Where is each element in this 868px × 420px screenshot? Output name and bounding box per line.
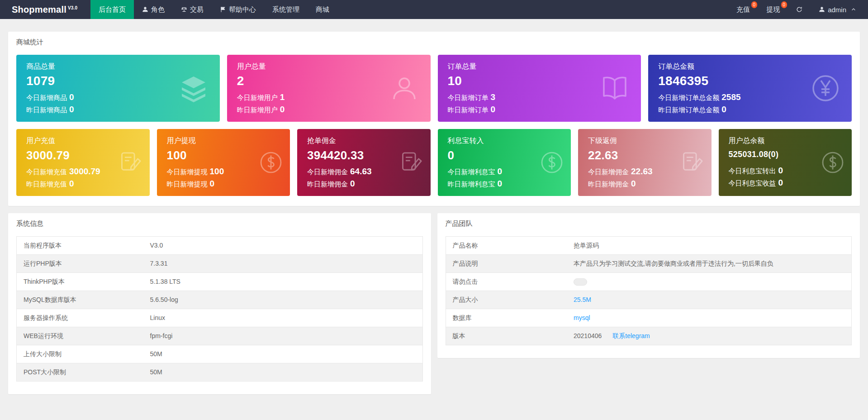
info-label: 当前程序版本 <box>17 237 143 255</box>
line-value: 0 <box>498 179 503 188</box>
nav-item-trade[interactable]: 交易 <box>173 0 212 19</box>
chevron-up-icon <box>851 7 856 12</box>
info-value: V3.0 <box>143 237 423 255</box>
card-title: 商品总量 <box>26 62 210 71</box>
line-value: 0 <box>778 166 783 175</box>
product-team-panel: 产品团队 产品名称抢单源码 产品说明本产品只为学习测试交流,请勿要做商业或者用于… <box>437 213 860 358</box>
card-yesterday-line: 昨日新增充值0 <box>26 178 140 190</box>
withdraw-button[interactable]: 提现 0 <box>758 0 788 19</box>
table-row: 运行PHP版本7.3.31 <box>17 255 423 273</box>
line-value: 0 <box>721 105 726 114</box>
card-title: 订单总金额 <box>658 62 842 71</box>
info-label: 请勿点击 <box>446 273 567 291</box>
header-actions: 充值 0 提现 0 admin <box>728 0 868 19</box>
line-label: 昨日新增订单总金额 <box>658 106 719 114</box>
info-value: Linux <box>143 309 423 327</box>
nav-item-dashboard[interactable]: 后台首页 <box>90 0 134 19</box>
product-size-link[interactable]: 25.5M <box>574 296 591 303</box>
info-label: 服务器操作系统 <box>17 309 143 327</box>
faint-pill-icon[interactable] <box>574 278 587 286</box>
info-label: 版本 <box>446 327 567 345</box>
card-yesterday-line: 昨日新增佣金0 <box>307 178 421 190</box>
stat-card-interest-in: 利息宝转入 0 今日新增利息宝0 昨日新增利息宝0 <box>438 129 571 196</box>
card-title: 用户总余额 <box>729 136 842 145</box>
system-info-panel: 系统信息 当前程序版本V3.0 运行PHP版本7.3.31 ThinkPHP版本… <box>8 213 431 394</box>
telegram-link[interactable]: 联系telegram <box>612 332 650 339</box>
stat-card-user-withdraw: 用户提现 100 今日新增提现100 昨日新增提现0 <box>157 129 290 196</box>
user-menu[interactable]: admin <box>811 0 864 19</box>
user-icon <box>819 6 825 13</box>
line-value: 0 <box>69 179 74 188</box>
stats-row-1: 商品总量 1079 今日新增商品0 昨日新增商品0 用户总量 2 今日新增用户1… <box>16 55 852 122</box>
info-label: MySQL数据库版本 <box>17 291 143 309</box>
nav-item-system[interactable]: 系统管理 <box>264 0 308 19</box>
info-value: 7.3.31 <box>143 255 423 273</box>
info-label: 产品大小 <box>446 291 567 309</box>
info-value: 5.6.50-log <box>143 291 423 309</box>
line-value: 0 <box>280 105 285 114</box>
scales-icon <box>181 6 187 13</box>
table-row: POST大小限制50M <box>17 363 423 382</box>
stat-card-sub-commission: 下级返佣 22.63 今日新增佣金22.63 昨日新增佣金0 <box>578 129 711 196</box>
nav-label: 帮助中心 <box>229 5 256 14</box>
card-yesterday-line: 今日利息宝收益0 <box>729 177 842 189</box>
stat-card-goods-total: 商品总量 1079 今日新增商品0 昨日新增商品0 <box>16 55 220 122</box>
nav-label: 系统管理 <box>272 5 299 14</box>
system-info-table: 当前程序版本V3.0 运行PHP版本7.3.31 ThinkPHP版本5.1.3… <box>16 236 423 382</box>
line-value: 100 <box>210 167 224 176</box>
app-version: V3.0 <box>68 5 77 10</box>
info-value: fpm-fcgi <box>143 327 423 345</box>
app-logo[interactable]: ShopmemallV3.0 <box>0 0 90 19</box>
database-link[interactable]: mysql <box>574 314 590 321</box>
stats-panel-title: 商城统计 <box>16 38 852 47</box>
info-label: 运行PHP版本 <box>17 255 143 273</box>
card-title: 用户充值 <box>26 136 140 145</box>
line-value: 0 <box>498 167 503 176</box>
info-label: 数据库 <box>446 309 567 327</box>
dollar-icon <box>540 151 564 174</box>
line-label: 昨日新增用户 <box>237 106 278 114</box>
info-label: ThinkPHP版本 <box>17 273 143 291</box>
info-value: 本产品只为学习测试交流,请勿要做商业或者用于违法行为,一切后果自负 <box>567 255 852 273</box>
main-nav: 后台首页 角色 交易 帮助中心 系统管理 商城 <box>90 0 337 19</box>
nav-label: 交易 <box>190 5 204 14</box>
dollar-icon <box>259 151 283 174</box>
refresh-button[interactable] <box>788 0 811 19</box>
doc-edit-icon <box>400 151 423 174</box>
card-yesterday-line: 昨日新增佣金0 <box>588 178 702 190</box>
info-label: 上传大小限制 <box>17 345 143 363</box>
line-value: 0 <box>350 179 355 188</box>
nav-item-mall[interactable]: 商城 <box>308 0 337 19</box>
recharge-button[interactable]: 充值 0 <box>728 0 758 19</box>
version-text: 20210406 <box>574 332 602 339</box>
table-row: 当前程序版本V3.0 <box>17 237 423 255</box>
line-value: 0 <box>210 179 215 188</box>
info-label: 产品说明 <box>446 255 567 273</box>
info-value: 25.5M <box>567 291 852 309</box>
card-title: 订单总量 <box>448 62 631 71</box>
line-label: 今日新增佣金 <box>588 168 629 176</box>
table-row: MySQL数据库版本5.6.50-log <box>17 291 423 309</box>
table-row: WEB运行环境fpm-fcgi <box>17 327 423 345</box>
nav-item-help-center[interactable]: 帮助中心 <box>212 0 264 19</box>
line-label: 今日新增利息宝 <box>448 168 495 176</box>
doc-edit-icon <box>119 151 142 174</box>
card-title: 用户提现 <box>167 136 280 145</box>
table-row: 产品说明本产品只为学习测试交流,请勿要做商业或者用于违法行为,一切后果自负 <box>446 255 852 273</box>
nav-item-roles[interactable]: 角色 <box>134 0 173 19</box>
line-value: 64.63 <box>350 167 372 176</box>
table-row: 上传大小限制50M <box>17 345 423 363</box>
line-value: 1 <box>280 92 285 102</box>
info-value: 5.1.38 LTS <box>143 273 423 291</box>
line-label: 今日新增用户 <box>237 94 278 101</box>
withdraw-label: 提现 <box>766 5 780 14</box>
line-value: 0 <box>631 179 636 188</box>
line-label: 昨日新增佣金 <box>307 180 348 188</box>
line-value: 0 <box>491 105 496 114</box>
table-row: 请勿点击 <box>446 273 852 291</box>
info-value: 抢单源码 <box>567 237 852 255</box>
line-label: 昨日新增充值 <box>26 180 67 188</box>
line-label: 昨日新增订单 <box>448 106 489 114</box>
stat-card-order-commission: 抢单佣金 394420.33 今日新增佣金64.63 昨日新增佣金0 <box>297 129 431 196</box>
table-row: 数据库mysql <box>446 309 852 327</box>
